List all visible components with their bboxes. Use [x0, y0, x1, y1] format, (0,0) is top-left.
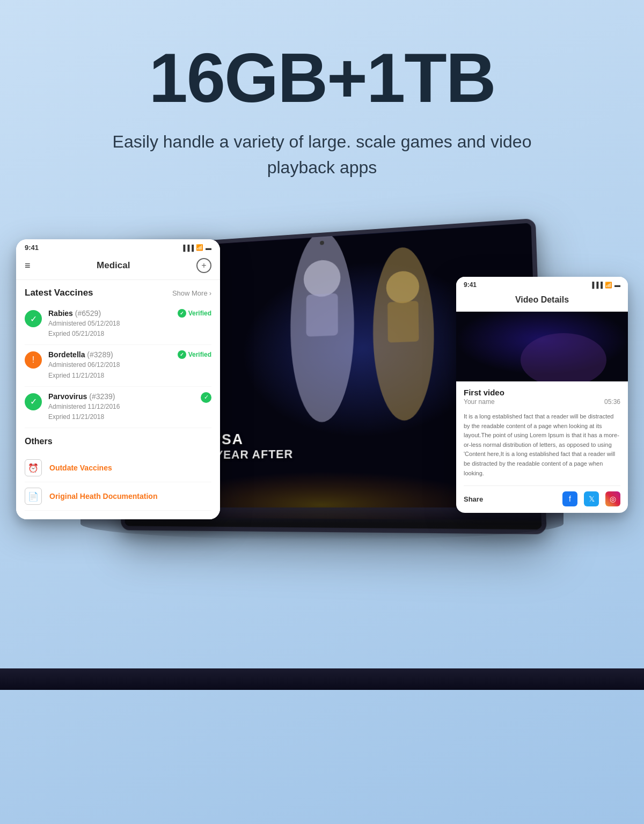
others-section: Others ⏰ Outdate Vaccines 📄 Original Hea… — [25, 437, 211, 511]
video-title: First video — [464, 388, 620, 397]
phone-right-video: 9:41 ▐▐▐ 📶 ▬ Video Details — [456, 277, 628, 513]
verified-label: Verified — [188, 310, 211, 317]
vaccine-icon-bordetella: ! — [25, 351, 42, 369]
verified-label-2: Verified — [188, 351, 211, 358]
check-icon-2 — [30, 396, 37, 407]
documentation-link[interactable]: Original Heath Documentation — [49, 492, 157, 501]
hero-section: 16GB+1TB Easily handle a variety of larg… — [0, 0, 644, 202]
medical-status-icons: ▐▐▐ 📶 ▬ — [181, 244, 211, 251]
vaccine-icon-rabies — [25, 310, 42, 327]
file-icon: 📄 — [25, 488, 42, 505]
hero-subtitle: Easily handle a variety of large. scale … — [80, 129, 564, 180]
verified-icon: ✓ — [178, 309, 186, 318]
vaccine-item-rabies: Rabies (#6529) Administered 05/12/2018Ex… — [25, 304, 211, 345]
medical-nav-title: Medical — [97, 260, 130, 271]
phone-left-medical: 9:41 ▐▐▐ 📶 ▬ ≡ Medical + Latest Vaccines… — [16, 239, 220, 519]
vaccine-info-rabies: Rabies (#6529) Administered 05/12/2018Ex… — [48, 309, 171, 339]
video-description: It is a long established fact that a rea… — [464, 412, 620, 478]
vaccine-dates-parvovirus: Administered 11/12/2016Expried 11/21/201… — [48, 402, 194, 422]
others-title: Others — [25, 437, 211, 446]
other-item-documentation[interactable]: 📄 Original Heath Documentation — [25, 482, 211, 511]
chevron-right-icon: › — [209, 289, 211, 297]
share-icons-group: f 𝕏 ◎ — [562, 491, 620, 506]
warning-icon: ! — [32, 355, 34, 365]
facebook-share-button[interactable]: f — [562, 491, 577, 506]
verified-icon-2: ✓ — [178, 350, 186, 359]
vaccine-number-rabies: (#6529) — [75, 309, 101, 318]
wifi-icon: 📶 — [196, 244, 203, 251]
outdated-vaccines-link[interactable]: Outdate Vaccines — [49, 464, 112, 472]
verified-badge-rabies: ✓ Verified — [178, 309, 211, 318]
video-status-bar: 9:41 ▐▐▐ 📶 ▬ — [456, 277, 628, 291]
vaccine-number-bordetella: (#3289) — [87, 350, 113, 359]
vaccine-number-parvovirus: (#3239) — [89, 392, 115, 401]
vaccine-dates-bordetella: Administered 06/12/2018Expried 11/21/201… — [48, 360, 171, 380]
medical-nav: ≡ Medical + — [16, 254, 220, 280]
signal-icon: ▐▐▐ — [181, 245, 194, 251]
device-section: 7 ANNIVERSA IT GAMES, YEAR AFTER 9:41 ▐▐… — [0, 212, 644, 615]
medical-status-bar: 9:41 ▐▐▐ 📶 ▬ — [16, 239, 220, 254]
video-header-title: Video Details — [515, 295, 569, 305]
share-label: Share — [464, 495, 483, 503]
verified-badge-bordetella: ✓ Verified — [178, 350, 211, 359]
vaccine-dates-rabies: Administered 05/12/2018Expried 05/21/201… — [48, 319, 171, 339]
twitter-share-button[interactable]: 𝕏 — [584, 491, 599, 506]
video-signal-icon: ▐▐▐ — [590, 282, 603, 288]
show-more-button[interactable]: Show More › — [172, 289, 211, 297]
video-status-time: 9:41 — [464, 281, 477, 289]
video-wifi-icon: 📶 — [605, 282, 612, 289]
verified-only-icon: ✓ — [201, 392, 211, 403]
video-status-icons: ▐▐▐ 📶 ▬ — [590, 282, 620, 289]
vaccine-icon-parvovirus — [25, 393, 42, 410]
video-share-bar: Share f 𝕏 ◎ — [464, 485, 620, 506]
video-thumbnail[interactable]: ▶ — [456, 312, 628, 381]
vaccine-name-rabies: Rabies (#6529) — [48, 309, 171, 318]
other-item-outdated[interactable]: ⏰ Outdate Vaccines — [25, 454, 211, 482]
menu-icon[interactable]: ≡ — [25, 260, 31, 271]
svg-rect-3 — [306, 293, 338, 336]
hero-title: 16GB+1TB — [32, 43, 612, 113]
vaccine-item-bordetella: ! Bordetella (#3289) Administered 06/12/… — [25, 345, 211, 386]
footer-bar — [0, 668, 644, 690]
check-icon — [30, 314, 37, 324]
vaccine-name-parvovirus: Parvovirus (#3239) — [48, 392, 194, 401]
medical-content: Latest Vaccines Show More › Rabies (#652… — [16, 280, 220, 519]
add-button[interactable]: + — [196, 258, 211, 273]
video-author: Your name — [464, 398, 495, 406]
instagram-share-button[interactable]: ◎ — [605, 491, 620, 506]
video-thumbnail-bg — [456, 312, 628, 381]
latest-vaccines-title: Latest Vaccines — [25, 288, 93, 298]
clock-icon: ⏰ — [25, 459, 42, 476]
vaccine-info-bordetella: Bordetella (#3289) Administered 06/12/20… — [48, 350, 171, 380]
vaccine-info-parvovirus: Parvovirus (#3239) Administered 11/12/20… — [48, 392, 194, 422]
video-duration: 05:36 — [604, 398, 620, 406]
latest-vaccines-header: Latest Vaccines Show More › — [25, 280, 211, 304]
video-battery-icon: ▬ — [614, 282, 620, 288]
video-info: First video Your name 05:36 It is a long… — [456, 381, 628, 513]
vaccine-name-bordetella: Bordetella (#3289) — [48, 350, 171, 359]
video-meta: Your name 05:36 — [464, 398, 620, 406]
battery-icon: ▬ — [206, 245, 211, 251]
medical-status-time: 9:41 — [25, 244, 39, 252]
vaccine-item-parvovirus: Parvovirus (#3239) Administered 11/12/20… — [25, 387, 211, 428]
svg-rect-6 — [387, 301, 419, 343]
video-header: Video Details — [456, 291, 628, 312]
